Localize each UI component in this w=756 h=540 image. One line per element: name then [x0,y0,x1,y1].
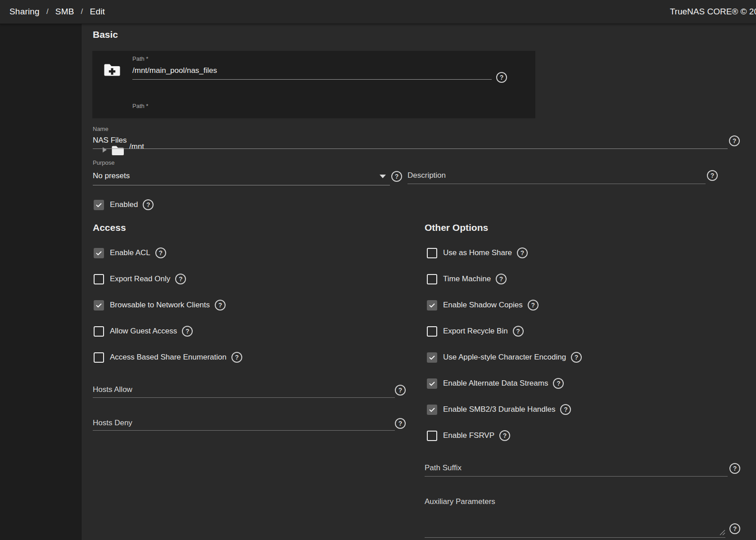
checkbox-label: Use as Home Share [443,248,512,257]
help-icon[interactable]: ? [182,326,193,337]
checkbox-access-based-share-enumeration[interactable] [94,352,104,363]
checkbox-enable-acl[interactable] [94,248,104,258]
checkbox-label: Use Apple-style Character Encoding [443,353,566,362]
help-icon[interactable]: ? [231,352,242,363]
section-heading-basic: Basic [93,29,118,40]
help-glyph: ? [398,420,403,427]
help-icon[interactable]: ? [496,274,507,284]
description-help-icon[interactable]: ? [707,170,718,181]
checkbox-row-time-machine: Time Machine ? [427,274,582,284]
auxiliary-parameters-help-icon[interactable]: ? [729,523,740,534]
help-glyph: ? [733,465,737,472]
checkbox-export-read-only[interactable] [94,274,104,284]
folder-add-button[interactable] [103,63,121,79]
checkbox-row-access-based-share-enumeration: Access Based Share Enumeration ? [94,352,242,363]
tree-expand-icon[interactable] [103,147,107,153]
breadcrumb: Sharing / SMB / Edit [0,7,105,17]
other-options-checkbox-list: Use as Home Share ? Time Machine ? Enabl… [427,248,582,456]
help-glyph: ? [521,249,525,256]
checkbox-label: Enable ACL [110,248,150,257]
hosts-deny-underline [93,430,395,431]
checkbox-enable-fsrvp[interactable] [427,431,437,441]
checkbox-label: Time Machine [443,274,491,284]
help-glyph: ? [179,275,183,283]
help-glyph: ? [395,173,399,180]
checkbox-label: Allow Guest Access [110,327,177,336]
tree-node-mnt[interactable]: /mnt [129,142,144,152]
help-icon[interactable]: ? [513,326,524,337]
breadcrumb-smb[interactable]: SMB [55,7,74,17]
help-icon[interactable]: ? [571,352,582,363]
description-input[interactable]: Description [407,171,446,180]
product-title: TrueNAS CORE® © 20 [670,7,756,17]
help-glyph: ? [398,387,403,393]
checkbox-use-as-home-share[interactable] [427,248,437,258]
help-icon[interactable]: ? [155,248,166,258]
help-icon[interactable]: ? [215,300,226,310]
name-input[interactable]: NAS Files [93,135,127,145]
chevron-down-icon[interactable] [380,175,386,178]
help-icon[interactable]: ? [517,248,528,258]
enabled-help-icon[interactable]: ? [143,199,154,210]
purpose-select[interactable]: No presets [93,171,130,181]
checkbox-enable-smb2-3-durable-handles[interactable] [427,405,437,415]
hosts-deny-input[interactable]: Hosts Deny [93,418,132,428]
breadcrumb-sharing[interactable]: Sharing [9,7,40,17]
help-icon[interactable]: ? [560,404,571,415]
path-suffix-input[interactable]: Path Suffix [425,463,462,473]
name-help-icon[interactable]: ? [729,135,740,146]
checkbox-time-machine[interactable] [427,274,437,284]
help-glyph: ? [500,74,504,81]
hosts-allow-input[interactable]: Hosts Allow [93,385,132,395]
path-help-icon[interactable]: ? [496,72,507,83]
help-glyph: ? [499,275,503,283]
checkbox-allow-guest-access[interactable] [94,326,104,337]
checkbox-row-enable-fsrvp: Enable FSRVP ? [427,430,582,441]
checkbox-row-enable-alternate-data-streams: Enable Alternate Data Streams ? [427,378,582,389]
textarea-resize-handle[interactable] [720,529,725,535]
help-glyph: ? [575,354,579,361]
truenas-smb-edit-screen: Sharing / SMB / Edit TrueNAS CORE® © 20 … [0,0,756,540]
checkbox-label: Enable SMB2/3 Durable Handles [443,405,555,414]
help-glyph: ? [531,302,535,309]
purpose-help-icon[interactable]: ? [391,171,402,182]
help-icon[interactable]: ? [175,274,186,284]
section-heading-other-options: Other Options [425,222,488,233]
checkbox-label: Browsable to Network Clients [110,301,210,310]
help-glyph: ? [733,526,737,532]
help-icon[interactable]: ? [528,300,539,310]
help-glyph: ? [557,380,561,387]
path-label: Path * [132,55,148,63]
folder-icon [111,145,124,157]
enabled-checkbox[interactable] [94,200,104,210]
checkbox-browsable-to-network-clients[interactable] [94,300,104,310]
checkbox-enable-alternate-data-streams[interactable] [427,378,437,389]
breadcrumb-edit: Edit [90,7,105,17]
checkbox-label: Enable FSRVP [443,431,494,440]
checkbox-use-apple-style-character-encoding[interactable] [427,352,437,363]
help-icon[interactable]: ? [553,378,564,389]
section-heading-access: Access [93,222,126,233]
hosts-allow-help-icon[interactable]: ? [395,385,406,396]
path-input[interactable]: /mnt/main_pool/nas_files [132,66,217,76]
help-glyph: ? [733,138,737,144]
help-glyph: ? [564,406,568,413]
help-glyph: ? [146,201,150,208]
description-underline [407,184,706,184]
checkbox-label: Export Recycle Bin [443,327,508,336]
checkbox-label: Access Based Share Enumeration [110,353,226,362]
checkbox-row-export-recycle-bin: Export Recycle Bin ? [427,326,582,337]
enabled-label: Enabled [110,200,138,209]
help-icon[interactable]: ? [499,430,510,441]
checkbox-row-enable-smb2-3-durable-handles: Enable SMB2/3 Durable Handles ? [427,404,582,415]
breadcrumb-separator: / [46,7,49,16]
help-glyph: ? [711,172,715,179]
checkbox-enable-shadow-copies[interactable] [427,300,437,310]
path-suffix-help-icon[interactable]: ? [729,463,740,474]
path-explorer-card: Path * /mnt/main_pool/nas_files /mnt [92,51,535,118]
help-glyph: ? [159,249,163,256]
checkbox-export-recycle-bin[interactable] [427,326,437,337]
path-field-label: Path * [132,103,148,110]
checkbox-label: Enable Shadow Copies [443,301,523,310]
hosts-deny-help-icon[interactable]: ? [395,418,406,429]
